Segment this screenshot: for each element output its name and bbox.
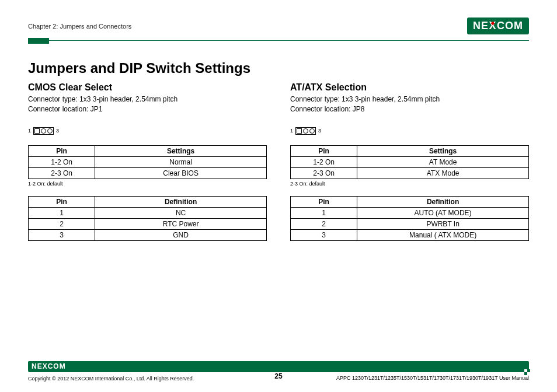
- table-row: 2-3 OnClear BIOS: [29, 167, 267, 178]
- cell-pin: 3: [29, 229, 95, 240]
- cell-pin: 1-2 On: [29, 156, 95, 167]
- manual-title: APPC 1230T/1231T/1235T/1530T/1531T/1730T…: [336, 375, 529, 381]
- cell-def: GND: [95, 229, 267, 240]
- connector-location-atatx: Connector location: JP8: [290, 104, 529, 114]
- connector-location-cmos: Connector location: JP1: [28, 104, 267, 114]
- table-row: 1-2 OnNormal: [29, 156, 267, 167]
- section-heading-atatx: AT/ATX Selection: [290, 82, 529, 93]
- cell-def: RTC Power: [95, 218, 267, 229]
- pin-circle-icon: [41, 128, 46, 134]
- logo-text-post: COM: [497, 20, 523, 32]
- logo-x-icon: X: [43, 362, 48, 370]
- cell-pin: 2-3 On: [291, 167, 357, 178]
- logo-x-icon: X: [489, 20, 497, 32]
- cell-settings: Normal: [95, 156, 267, 167]
- logo-text-pre: NE: [473, 20, 489, 32]
- table-row: 3Manual ( ATX MODE): [291, 229, 529, 240]
- section-heading-cmos: CMOS Clear Select: [28, 82, 267, 93]
- copyright-text: Copyright © 2012 NEXCOM International Co…: [28, 376, 194, 382]
- table-row: 2PWRBT In: [291, 218, 529, 229]
- settings-table-atatx: Pin Settings 1-2 OnAT Mode 2-3 OnATX Mod…: [290, 145, 529, 179]
- th-settings: Settings: [357, 145, 529, 156]
- chapter-title: Chapter 2: Jumpers and Connectors: [28, 23, 131, 30]
- cell-pin: 2-3 On: [29, 167, 95, 178]
- section-cmos-clear: CMOS Clear Select Connector type: 1x3 3-…: [28, 82, 267, 241]
- cell-pin: 1-2 On: [291, 156, 357, 167]
- table-row: 3GND: [29, 229, 267, 240]
- cell-def: Manual ( ATX MODE): [357, 229, 529, 240]
- definition-table-cmos: Pin Definition 1NC 2RTC Power 3GND: [28, 196, 267, 241]
- section-at-atx: AT/ATX Selection Connector type: 1x3 3-p…: [290, 82, 529, 241]
- pin-circle-icon: [47, 128, 53, 134]
- connector-type-atatx: Connector type: 1x3 3-pin header, 2.54mm…: [290, 94, 529, 104]
- page-number: 25: [274, 372, 282, 380]
- page-title: Jumpers and DIP Switch Settings: [28, 60, 529, 76]
- pin-label-3: 3: [56, 128, 59, 134]
- th-pin: Pin: [29, 196, 95, 207]
- pin-square-icon: [297, 128, 302, 134]
- pin-label-1: 1: [28, 128, 31, 134]
- th-pin: Pin: [29, 145, 95, 156]
- th-settings: Settings: [95, 145, 267, 156]
- cell-pin: 1: [291, 207, 357, 218]
- logo-text-post: COM: [48, 362, 66, 370]
- pin-diagram-cmos: 1 3: [28, 127, 267, 135]
- table-row: 1NC: [29, 207, 267, 218]
- th-pin: Pin: [291, 196, 357, 207]
- cell-pin: 1: [29, 207, 95, 218]
- pin-label-1: 1: [290, 128, 293, 134]
- definition-table-atatx: Pin Definition 1AUTO (AT MODE) 2PWRBT In…: [290, 196, 529, 241]
- cell-settings: Clear BIOS: [95, 167, 267, 178]
- logo-text-pre: NE: [32, 362, 43, 370]
- pin-circle-icon: [309, 128, 315, 134]
- th-pin: Pin: [291, 145, 357, 156]
- pin-square-icon: [34, 128, 40, 134]
- settings-note-cmos: 1-2 On: default: [28, 181, 267, 187]
- footer-logo: NEXCOM: [28, 361, 529, 372]
- settings-note-atatx: 2-3 On: default: [290, 181, 529, 187]
- cell-def: AUTO (AT MODE): [357, 207, 529, 218]
- settings-table-cmos: Pin Settings 1-2 OnNormal 2-3 OnClear BI…: [28, 145, 267, 179]
- pin-label-3: 3: [318, 128, 321, 134]
- cell-pin: 3: [291, 229, 357, 240]
- pin-circle-icon: [303, 128, 308, 134]
- table-row: 1AUTO (AT MODE): [291, 207, 529, 218]
- cell-def: NC: [95, 207, 267, 218]
- cell-settings: AT Mode: [357, 156, 529, 167]
- table-row: 2-3 OnATX Mode: [291, 167, 529, 178]
- th-definition: Definition: [95, 196, 267, 207]
- cell-settings: ATX Mode: [357, 167, 529, 178]
- pin-diagram-atatx: 1 3: [290, 127, 529, 135]
- brand-logo: NEXCOM: [467, 18, 529, 34]
- table-row: 2RTC Power: [29, 218, 267, 229]
- cell-def: PWRBT In: [357, 218, 529, 229]
- cell-pin: 2: [291, 218, 357, 229]
- connector-type-cmos: Connector type: 1x3 3-pin header, 2.54mm…: [28, 94, 267, 104]
- cell-pin: 2: [29, 218, 95, 229]
- header-divider: [28, 38, 529, 44]
- th-definition: Definition: [357, 196, 529, 207]
- table-row: 1-2 OnAT Mode: [291, 156, 529, 167]
